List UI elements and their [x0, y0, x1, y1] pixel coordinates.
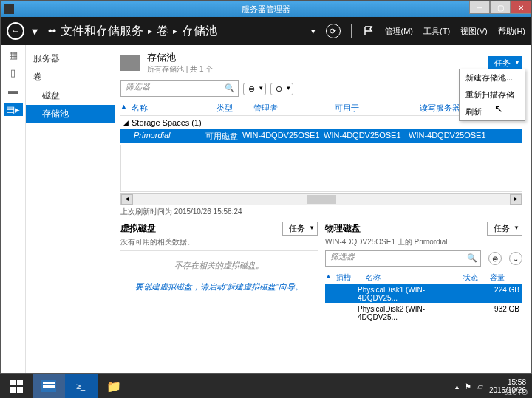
physical-row[interactable]: PhysicalDisk2 (WIN-4DQDV25... 932 GB	[325, 303, 522, 323]
virtual-empty-text: 不存在相关的虚拟磁盘。	[120, 260, 318, 271]
refresh-status: 上次刷新时间为 2015/10/26 15:58:24	[120, 205, 522, 222]
pcol-slot[interactable]: 插槽	[336, 272, 366, 283]
horizontal-scrollbar[interactable]: ◄ ►	[120, 193, 522, 205]
app-icon	[4, 4, 14, 14]
pool-title: 存储池	[147, 51, 213, 64]
tray-network-icon[interactable]: ▱	[477, 382, 483, 391]
svg-rect-6	[43, 385, 55, 388]
physical-disks-panel: 物理磁盘 任务 WIN-4DQDV25OSE1 上的 Primordial 筛选…	[325, 222, 522, 373]
virtual-subtitle: 没有可用的相关数据。	[120, 237, 318, 247]
rail-pools-icon[interactable]: ▤▸	[4, 103, 23, 116]
forward-dropdown[interactable]: ▾	[32, 24, 38, 38]
sidebar-item-servers[interactable]: 服务器	[26, 49, 115, 68]
physical-view-options[interactable]: ⊜	[488, 252, 502, 265]
watermark: 51CTO	[504, 388, 528, 397]
scroll-thumb[interactable]	[307, 195, 336, 204]
svg-rect-0	[10, 380, 16, 385]
menu-view[interactable]: 视图(V)	[460, 26, 488, 37]
rail-servers-icon[interactable]: ▦	[7, 49, 20, 60]
menu-help[interactable]: 帮助(H)	[498, 26, 525, 37]
svg-rect-2	[10, 387, 16, 393]
taskbar-powershell[interactable]: ≥_	[65, 374, 98, 398]
breadcrumb: •• 文件和存储服务 ▸ 卷 ▸ 存储池	[48, 24, 217, 39]
menu-tools[interactable]: 工具(T)	[423, 26, 450, 37]
ctx-refresh[interactable]: 刷新	[460, 103, 525, 120]
svg-rect-1	[17, 380, 23, 385]
filter-input[interactable]: 筛选器 🔍	[120, 80, 239, 97]
taskbar-explorer[interactable]: 📁	[98, 374, 130, 398]
view-options-2[interactable]: ⊕	[270, 83, 293, 95]
col-name[interactable]: 名称	[132, 103, 216, 114]
maximize-button[interactable]: ▢	[490, 1, 511, 14]
scroll-left-button[interactable]: ◄	[121, 194, 133, 205]
col-usable[interactable]: 可用于	[335, 103, 420, 114]
separator	[351, 24, 352, 38]
pcol-status[interactable]: 状态	[463, 272, 490, 283]
cell-name: Primordial	[120, 131, 205, 142]
physical-row[interactable]: PhysicalDisk1 (WIN-4DQDV25... 224 GB	[325, 284, 522, 303]
notifications-icon[interactable]	[363, 25, 375, 37]
sort-icon[interactable]: ▲	[120, 103, 127, 114]
refresh-icon[interactable]: ⟳	[326, 24, 341, 38]
ctx-new-pool[interactable]: 新建存储池...	[460, 69, 525, 86]
physical-title: 物理磁盘	[325, 222, 361, 235]
search-icon[interactable]: 🔍	[467, 253, 477, 263]
nav-dropdown[interactable]: ▾	[311, 27, 316, 36]
physical-filter-input[interactable]: 筛选器 🔍	[325, 250, 481, 267]
breadcrumb-item[interactable]: 存储池	[182, 24, 217, 39]
cell-usable: WIN-4DQDV25OSE1	[324, 131, 409, 142]
search-icon[interactable]: 🔍	[225, 83, 235, 93]
virtual-title: 虚拟磁盘	[120, 222, 156, 235]
icon-rail: ▦ ▯ ▬ ▤▸	[1, 45, 26, 373]
back-button[interactable]: ←	[7, 22, 24, 40]
col-manager[interactable]: 管理者	[253, 103, 335, 114]
navbar: ← ▾ •• 文件和存储服务 ▸ 卷 ▸ 存储池 ▾ ⟳ 管理(M) 工具(T)…	[1, 17, 531, 45]
taskbar-server-manager[interactable]	[33, 374, 65, 398]
sort-icon[interactable]: ▲	[325, 272, 332, 283]
breadcrumb-item[interactable]: 文件和存储服务	[61, 24, 143, 39]
minimize-button[interactable]: ─	[469, 1, 490, 14]
close-button[interactable]: ✕	[511, 1, 531, 14]
menu-manage[interactable]: 管理(M)	[385, 26, 414, 37]
sidebar-item-disks[interactable]: 磁盘	[26, 86, 115, 105]
tasks-context-menu: 新建存储池... 重新扫描存储 刷新	[459, 69, 525, 121]
ctx-rescan[interactable]: 重新扫描存储	[460, 86, 525, 103]
tray-up-icon[interactable]: ▴	[455, 382, 459, 391]
cell-manager: WIN-4DQDV25OSE1	[242, 131, 324, 142]
tasks-button[interactable]: 任务	[488, 56, 522, 70]
svg-rect-3	[17, 387, 23, 393]
svg-text:≥_: ≥_	[76, 382, 86, 391]
grid-body	[120, 145, 522, 192]
breadcrumb-item[interactable]: 卷	[157, 24, 168, 39]
sidebar-item-volumes[interactable]: 卷	[26, 68, 115, 86]
taskbar: ≥_ 📁 ▴ ⚑ ▱ 15:58 2015/10/26 51CTO	[0, 374, 532, 398]
physical-expand-button[interactable]: ⌄	[509, 252, 522, 265]
cell-rw: WIN-4DQDV25OSE1	[409, 131, 494, 142]
pool-row[interactable]: Primordial 可用磁盘 WIN-4DQDV25OSE1 WIN-4DQD…	[120, 129, 522, 143]
titlebar: 服务器管理器 ─ ▢ ✕	[1, 1, 531, 17]
col-type[interactable]: 类型	[216, 103, 253, 114]
tray-flag-icon[interactable]: ⚑	[465, 382, 471, 391]
view-options-1[interactable]: ⊜	[243, 83, 266, 95]
virtual-disks-panel: 虚拟磁盘 任务 没有可用的相关数据。 不存在相关的虚拟磁盘。 要创建虚拟磁盘，请…	[120, 222, 318, 373]
physical-tasks-button[interactable]: 任务	[487, 222, 522, 236]
cell-type: 可用磁盘	[205, 131, 242, 142]
pool-subtitle: 所有存储池 | 共 1 个	[147, 64, 213, 75]
scroll-right-button[interactable]: ►	[510, 194, 522, 205]
virtual-tasks-button[interactable]: 任务	[282, 222, 318, 236]
physical-subtitle: WIN-4DQDV25OSE1 上的 Primordial	[325, 237, 522, 247]
collapse-icon[interactable]: ◢	[123, 119, 129, 126]
pcol-name[interactable]: 名称	[366, 272, 463, 283]
start-button[interactable]	[0, 374, 33, 398]
pool-icon	[120, 55, 140, 71]
pcol-capacity[interactable]: 容量	[490, 272, 522, 283]
new-virtual-disk-link[interactable]: 要创建虚拟磁盘，请启动"新建虚拟磁盘"向导。	[120, 281, 318, 292]
rail-volumes-icon[interactable]: ▯	[7, 67, 20, 78]
physical-grid-header: ▲ 插槽 名称 状态 容量	[325, 271, 522, 284]
rail-disks-icon[interactable]: ▬	[7, 85, 20, 95]
svg-rect-5	[43, 382, 55, 384]
sidebar: 服务器 卷 磁盘 存储池	[26, 45, 115, 373]
sidebar-item-pools[interactable]: 存储池	[26, 105, 115, 123]
window-title: 服务器管理器	[242, 4, 290, 15]
